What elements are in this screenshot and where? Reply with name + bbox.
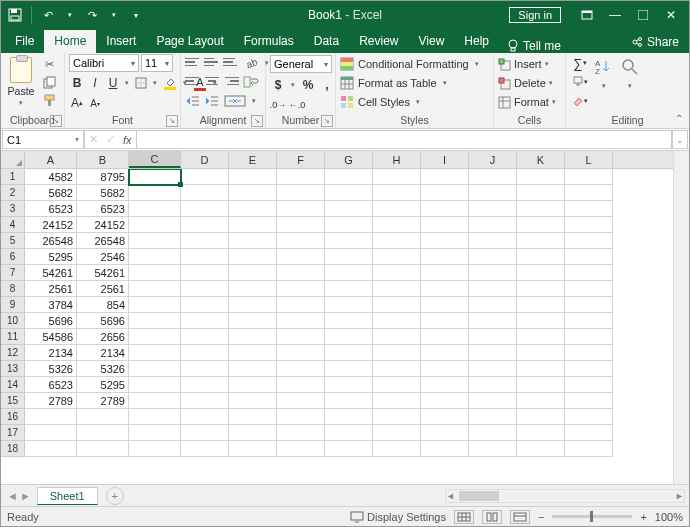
cell[interactable]: 5295: [25, 249, 77, 265]
row-header[interactable]: 12: [1, 345, 25, 361]
cell[interactable]: 2656: [77, 329, 129, 345]
increase-font-icon[interactable]: A▴: [69, 95, 85, 111]
cell[interactable]: [421, 409, 469, 425]
cell[interactable]: [181, 233, 229, 249]
cell[interactable]: [77, 409, 129, 425]
cell[interactable]: [565, 249, 613, 265]
cell[interactable]: 2789: [77, 393, 129, 409]
cell[interactable]: 2561: [77, 281, 129, 297]
formula-input[interactable]: [136, 130, 672, 149]
cell[interactable]: [229, 409, 277, 425]
cell[interactable]: [565, 361, 613, 377]
cell[interactable]: [325, 361, 373, 377]
cell[interactable]: [373, 441, 421, 457]
comma-format-icon[interactable]: ,: [319, 77, 335, 93]
cell[interactable]: [373, 393, 421, 409]
cell[interactable]: [229, 345, 277, 361]
fill-color-button[interactable]: [161, 77, 179, 90]
cell[interactable]: 2134: [77, 345, 129, 361]
cell[interactable]: [277, 217, 325, 233]
cell[interactable]: [469, 185, 517, 201]
cell[interactable]: [469, 201, 517, 217]
cell[interactable]: [129, 313, 181, 329]
cell[interactable]: [129, 233, 181, 249]
cell[interactable]: [129, 185, 181, 201]
cell[interactable]: [373, 281, 421, 297]
cell[interactable]: [469, 409, 517, 425]
cell[interactable]: [129, 169, 181, 185]
cell[interactable]: [277, 441, 325, 457]
cell[interactable]: [565, 233, 613, 249]
cell[interactable]: [517, 409, 565, 425]
column-header[interactable]: K: [517, 151, 565, 168]
cell[interactable]: [181, 377, 229, 393]
cell[interactable]: [517, 329, 565, 345]
sheet-nav-next-icon[interactable]: ►: [20, 490, 31, 502]
decrease-decimal-icon[interactable]: ←.0: [289, 97, 305, 113]
column-header[interactable]: C: [129, 151, 181, 168]
cell[interactable]: 2561: [25, 281, 77, 297]
cell[interactable]: [469, 217, 517, 233]
cell[interactable]: [129, 249, 181, 265]
cell[interactable]: [421, 297, 469, 313]
zoom-slider[interactable]: [552, 515, 632, 518]
cell[interactable]: [325, 217, 373, 233]
merge-caret[interactable]: ▾: [250, 93, 258, 109]
align-top-icon[interactable]: [185, 55, 201, 69]
cell[interactable]: [565, 441, 613, 457]
autosum-icon[interactable]: ∑▾: [570, 55, 590, 71]
column-header[interactable]: D: [181, 151, 229, 168]
zoom-out-button[interactable]: −: [538, 511, 544, 523]
border-caret[interactable]: ▾: [151, 75, 159, 91]
cell[interactable]: [469, 169, 517, 185]
page-break-view-icon[interactable]: [510, 510, 530, 524]
page-layout-view-icon[interactable]: [482, 510, 502, 524]
cell[interactable]: [469, 329, 517, 345]
cell[interactable]: [181, 249, 229, 265]
cell[interactable]: [229, 329, 277, 345]
cell[interactable]: 5326: [25, 361, 77, 377]
row-header[interactable]: 6: [1, 249, 25, 265]
cell[interactable]: 54261: [77, 265, 129, 281]
cell[interactable]: [129, 377, 181, 393]
cell[interactable]: [181, 169, 229, 185]
cell[interactable]: [373, 297, 421, 313]
cell[interactable]: [469, 281, 517, 297]
cell[interactable]: [373, 169, 421, 185]
cell[interactable]: 854: [77, 297, 129, 313]
column-header[interactable]: E: [229, 151, 277, 168]
tab-view[interactable]: View: [409, 30, 455, 53]
cell[interactable]: [373, 361, 421, 377]
cell[interactable]: [421, 217, 469, 233]
fx-enter-icon[interactable]: ✓: [106, 133, 115, 146]
cell[interactable]: [129, 393, 181, 409]
fx-cancel-icon[interactable]: ✕: [89, 133, 98, 146]
cell[interactable]: [229, 441, 277, 457]
cell[interactable]: [229, 297, 277, 313]
cell[interactable]: [469, 313, 517, 329]
cell[interactable]: [469, 345, 517, 361]
cell[interactable]: [325, 281, 373, 297]
cell[interactable]: [421, 329, 469, 345]
row-header[interactable]: 5: [1, 233, 25, 249]
cell[interactable]: [469, 441, 517, 457]
cell[interactable]: 3784: [25, 297, 77, 313]
fill-icon[interactable]: ▾: [570, 74, 590, 90]
format-as-table-button[interactable]: Format as Table▾: [340, 74, 447, 92]
sheet-tab[interactable]: Sheet1: [37, 487, 98, 505]
cell[interactable]: [517, 281, 565, 297]
align-center-icon[interactable]: [204, 74, 220, 88]
cell[interactable]: [77, 425, 129, 441]
undo-icon[interactable]: ↶: [40, 7, 56, 23]
cell[interactable]: 6523: [25, 201, 77, 217]
cell[interactable]: [565, 377, 613, 393]
cell[interactable]: [373, 217, 421, 233]
cell[interactable]: [421, 313, 469, 329]
align-bottom-icon[interactable]: [223, 55, 239, 69]
cell[interactable]: [277, 185, 325, 201]
cell[interactable]: [229, 249, 277, 265]
cell[interactable]: 6523: [25, 377, 77, 393]
cell[interactable]: [129, 425, 181, 441]
formula-bar-expand-icon[interactable]: ⌄: [672, 130, 688, 149]
tab-formulas[interactable]: Formulas: [234, 30, 304, 53]
